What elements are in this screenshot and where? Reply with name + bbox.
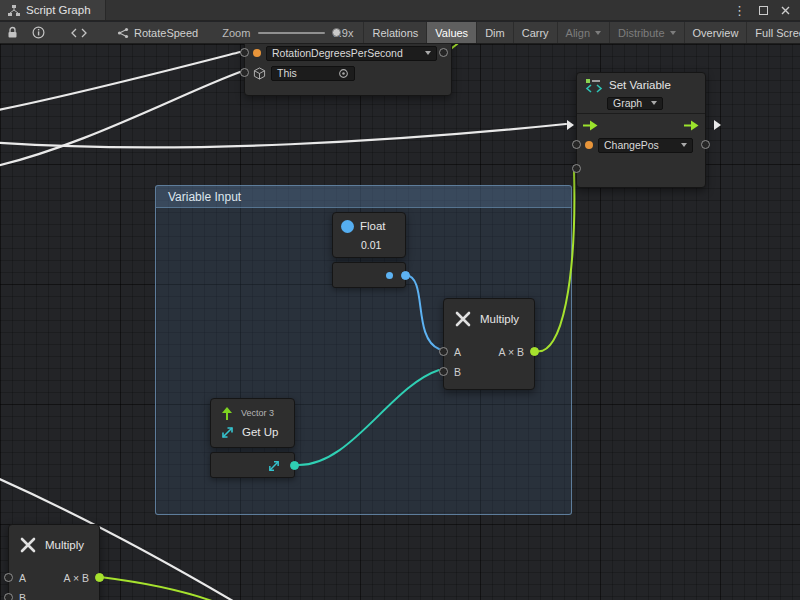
input-b-label: B bbox=[454, 366, 461, 378]
vector-direction-icon bbox=[221, 426, 234, 439]
graph-reference-breadcrumb[interactable]: RotateSpeed bbox=[117, 27, 198, 39]
target-object-field[interactable]: This bbox=[271, 66, 355, 81]
input-a-label: A bbox=[454, 346, 461, 358]
float-inner-dot bbox=[386, 272, 393, 279]
dim-button[interactable]: Dim bbox=[476, 22, 513, 43]
distribute-button[interactable]: Distribute bbox=[609, 22, 683, 43]
output-label: A × B bbox=[64, 572, 89, 584]
node-float[interactable]: Float 0.01 bbox=[332, 212, 406, 258]
chevron-down-icon bbox=[425, 51, 431, 55]
output-port[interactable] bbox=[701, 140, 710, 149]
chevron-down-icon bbox=[651, 101, 657, 105]
variable-kind-dot bbox=[253, 49, 261, 57]
overview-button[interactable]: Overview bbox=[684, 22, 747, 43]
window-titlebar: Script Graph ⋮ bbox=[0, 0, 800, 21]
input-a-label: A bbox=[19, 572, 26, 584]
node-title: Get Up bbox=[242, 426, 278, 438]
output-port[interactable] bbox=[530, 347, 539, 356]
output-label: A × B bbox=[499, 346, 524, 358]
node-title: Multiply bbox=[480, 313, 519, 325]
wire-multiply-to-setvariable[interactable] bbox=[536, 169, 574, 351]
wire-float-to-multiply-a[interactable] bbox=[406, 275, 439, 349]
node-get-variable[interactable]: RotationDegreesPerSecond This bbox=[244, 44, 452, 96]
input-port[interactable] bbox=[240, 68, 249, 77]
float-value[interactable]: 0.01 bbox=[361, 239, 381, 251]
wire-getup-to-multiply-b[interactable] bbox=[296, 370, 439, 465]
vector-direction-icon bbox=[268, 460, 280, 472]
gameobject-cube-icon bbox=[253, 67, 266, 80]
align-button[interactable]: Align bbox=[557, 22, 609, 43]
flow-input-port[interactable] bbox=[567, 120, 574, 130]
get-up-output-port[interactable] bbox=[290, 461, 299, 470]
graph-asset-icon bbox=[117, 27, 129, 39]
float-output-widget[interactable] bbox=[332, 262, 406, 288]
multiply-icon bbox=[454, 310, 472, 328]
chevron-down-icon bbox=[595, 31, 601, 35]
flow-out-arrow-icon bbox=[684, 120, 699, 131]
values-button[interactable]: Values bbox=[426, 22, 476, 43]
kebab-menu-icon[interactable]: ⋮ bbox=[733, 4, 746, 17]
set-variable-icon bbox=[585, 78, 603, 93]
input-a-port[interactable] bbox=[4, 573, 13, 582]
node-multiply-2[interactable]: Multiply A A × B B bbox=[8, 524, 100, 600]
input-port[interactable] bbox=[240, 48, 249, 57]
script-graph-icon bbox=[8, 5, 20, 16]
object-picker-icon[interactable] bbox=[338, 68, 349, 79]
node-title: Float bbox=[360, 220, 386, 232]
variable-kind-dot bbox=[585, 141, 593, 149]
graph-name-label: RotateSpeed bbox=[134, 27, 198, 39]
maximize-icon[interactable] bbox=[759, 6, 768, 15]
variable-name-dropdown[interactable]: RotationDegreesPerSecond bbox=[266, 46, 437, 61]
node-type-label: Vector 3 bbox=[241, 408, 274, 418]
value-input-port[interactable] bbox=[572, 164, 581, 173]
variable-scope-dropdown[interactable]: Graph bbox=[607, 97, 663, 110]
toolbar-buttons: Relations Values Dim Carry Align Distrib… bbox=[363, 22, 800, 43]
zoom-label: Zoom bbox=[222, 27, 250, 39]
zoom-slider[interactable] bbox=[258, 32, 324, 34]
graph-canvas[interactable]: Variable Input RotationDegreesPerSecond bbox=[0, 44, 800, 600]
get-up-output-widget[interactable] bbox=[210, 452, 295, 478]
output-port[interactable] bbox=[95, 573, 104, 582]
node-title: Set Variable bbox=[609, 79, 671, 91]
multiply-icon bbox=[19, 536, 37, 554]
wire-multiply2-output[interactable] bbox=[100, 577, 220, 600]
input-b-label: B bbox=[19, 592, 26, 600]
info-icon[interactable] bbox=[32, 26, 45, 39]
input-port[interactable] bbox=[572, 140, 581, 149]
node-get-up[interactable]: Vector 3 Get Up bbox=[210, 398, 295, 448]
chevron-down-icon bbox=[670, 31, 676, 35]
node-multiply[interactable]: Multiply A A × B B bbox=[443, 298, 535, 390]
flow-output-port[interactable] bbox=[714, 120, 721, 130]
node-title: Multiply bbox=[45, 539, 84, 551]
tab-script-graph[interactable]: Script Graph bbox=[0, 0, 106, 20]
input-b-port[interactable] bbox=[439, 367, 448, 376]
wire-flow-1[interactable] bbox=[0, 52, 240, 112]
titlebar-controls: ⋮ bbox=[733, 0, 800, 20]
output-port[interactable] bbox=[439, 48, 448, 57]
window-title: Script Graph bbox=[26, 4, 91, 16]
code-chevrons-icon[interactable] bbox=[71, 28, 87, 38]
variable-name-dropdown[interactable]: ChangePos bbox=[598, 138, 693, 153]
wire-flow-2[interactable] bbox=[0, 72, 240, 168]
carry-button[interactable]: Carry bbox=[513, 22, 557, 43]
float-type-icon bbox=[341, 220, 354, 233]
fullscreen-button[interactable]: Full Screen bbox=[746, 22, 800, 43]
graph-toolbar: RotateSpeed Zoom 0.9x Relations Values D… bbox=[0, 22, 800, 44]
wire-flow-to-set-variable[interactable] bbox=[0, 124, 566, 147]
node-set-variable[interactable]: Set Variable Graph bbox=[576, 72, 706, 188]
relations-button[interactable]: Relations bbox=[363, 22, 426, 43]
unity-script-graph-window: Script Graph ⋮ bbox=[0, 0, 800, 600]
input-a-port[interactable] bbox=[439, 347, 448, 356]
close-icon[interactable] bbox=[781, 6, 790, 15]
float-output-port[interactable] bbox=[401, 271, 410, 280]
input-b-port[interactable] bbox=[4, 593, 13, 600]
flow-in-arrow-icon bbox=[583, 120, 598, 131]
vector-up-icon bbox=[221, 407, 233, 420]
lock-icon[interactable] bbox=[7, 26, 18, 39]
chevron-down-icon bbox=[681, 143, 687, 147]
